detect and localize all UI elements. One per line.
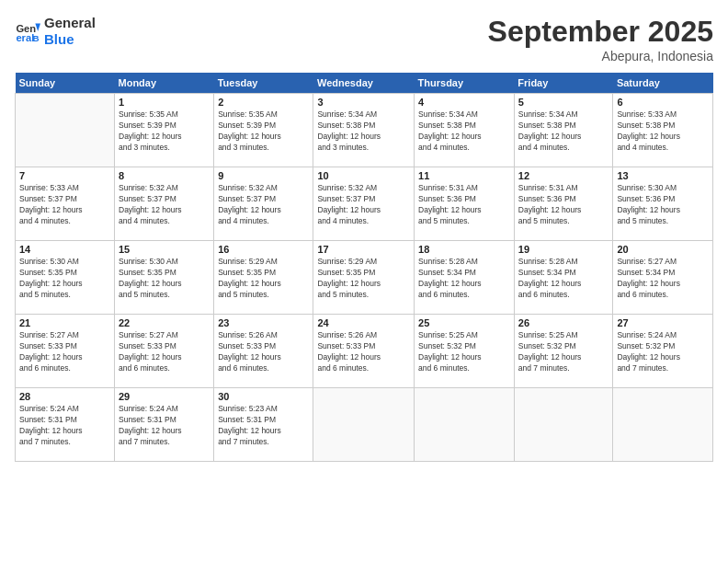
table-row: 23Sunrise: 5:26 AMSunset: 5:33 PMDayligh… (214, 315, 313, 388)
table-row: 26Sunrise: 5:25 AMSunset: 5:32 PMDayligh… (514, 315, 613, 388)
table-row: 9Sunrise: 5:32 AMSunset: 5:37 PMDaylight… (214, 167, 313, 241)
day-number: 1 (119, 97, 210, 108)
day-info: Sunrise: 5:30 AMSunset: 5:35 PMDaylight:… (119, 257, 210, 301)
table-row (613, 388, 713, 462)
day-number: 5 (518, 97, 609, 108)
table-row: 6Sunrise: 5:33 AMSunset: 5:38 PMDaylight… (613, 94, 713, 167)
logo-line1: General (44, 15, 96, 31)
table-row: 20Sunrise: 5:27 AMSunset: 5:34 PMDayligh… (613, 241, 713, 315)
day-info: Sunrise: 5:25 AMSunset: 5:32 PMDaylight:… (418, 330, 510, 374)
day-info: Sunrise: 5:26 AMSunset: 5:33 PMDaylight:… (218, 330, 309, 374)
day-number: 16 (218, 244, 309, 255)
day-number: 8 (119, 170, 210, 181)
col-friday: Friday (514, 73, 613, 94)
col-monday: Monday (115, 73, 214, 94)
day-info: Sunrise: 5:35 AMSunset: 5:39 PMDaylight:… (119, 109, 210, 154)
day-info: Sunrise: 5:32 AMSunset: 5:37 PMDaylight:… (119, 183, 210, 227)
day-info: Sunrise: 5:28 AMSunset: 5:34 PMDaylight:… (418, 257, 510, 301)
day-number: 22 (119, 317, 210, 328)
table-row: 11Sunrise: 5:31 AMSunset: 5:36 PMDayligh… (415, 167, 515, 241)
table-row: 13Sunrise: 5:30 AMSunset: 5:36 PMDayligh… (613, 167, 713, 241)
table-row: 28Sunrise: 5:24 AMSunset: 5:31 PMDayligh… (16, 388, 115, 462)
day-info: Sunrise: 5:26 AMSunset: 5:33 PMDaylight:… (317, 330, 410, 374)
table-row: 22Sunrise: 5:27 AMSunset: 5:33 PMDayligh… (115, 315, 214, 388)
table-row: 30Sunrise: 5:23 AMSunset: 5:31 PMDayligh… (214, 388, 313, 462)
day-number: 6 (617, 97, 709, 108)
day-number: 13 (617, 170, 709, 181)
day-number: 20 (617, 244, 709, 255)
calendar-week-row: 7Sunrise: 5:33 AMSunset: 5:37 PMDaylight… (16, 167, 713, 241)
day-info: Sunrise: 5:33 AMSunset: 5:38 PMDaylight:… (617, 109, 709, 154)
day-number: 26 (518, 317, 609, 328)
day-number: 11 (418, 170, 510, 181)
day-info: Sunrise: 5:24 AMSunset: 5:31 PMDaylight:… (19, 404, 110, 448)
day-info: Sunrise: 5:34 AMSunset: 5:38 PMDaylight:… (317, 109, 410, 154)
day-number: 7 (19, 170, 110, 181)
table-row: 7Sunrise: 5:33 AMSunset: 5:37 PMDaylight… (16, 167, 115, 241)
table-row: 10Sunrise: 5:32 AMSunset: 5:37 PMDayligh… (313, 167, 415, 241)
day-number: 19 (518, 244, 609, 255)
day-number: 24 (317, 317, 410, 328)
table-row: 2Sunrise: 5:35 AMSunset: 5:39 PMDaylight… (214, 94, 313, 167)
table-row: 17Sunrise: 5:29 AMSunset: 5:35 PMDayligh… (313, 241, 415, 315)
calendar-week-row: 14Sunrise: 5:30 AMSunset: 5:35 PMDayligh… (16, 241, 713, 315)
col-saturday: Saturday (613, 73, 713, 94)
day-info: Sunrise: 5:31 AMSunset: 5:36 PMDaylight:… (418, 183, 510, 227)
day-number: 10 (317, 170, 410, 181)
calendar-week-row: 21Sunrise: 5:27 AMSunset: 5:33 PMDayligh… (16, 315, 713, 388)
table-row: 3Sunrise: 5:34 AMSunset: 5:38 PMDaylight… (313, 94, 415, 167)
day-number: 4 (418, 97, 510, 108)
calendar-table: Sunday Monday Tuesday Wednesday Thursday… (15, 73, 713, 462)
table-row: 24Sunrise: 5:26 AMSunset: 5:33 PMDayligh… (313, 315, 415, 388)
col-tuesday: Tuesday (214, 73, 313, 94)
svg-marker-2 (35, 24, 40, 31)
calendar-header-row: Sunday Monday Tuesday Wednesday Thursday… (16, 73, 713, 94)
table-row: 18Sunrise: 5:28 AMSunset: 5:34 PMDayligh… (415, 241, 515, 315)
day-info: Sunrise: 5:27 AMSunset: 5:33 PMDaylight:… (119, 330, 210, 374)
day-number: 28 (19, 391, 110, 402)
day-number: 3 (317, 97, 410, 108)
table-row: 19Sunrise: 5:28 AMSunset: 5:34 PMDayligh… (514, 241, 613, 315)
table-row: 25Sunrise: 5:25 AMSunset: 5:32 PMDayligh… (415, 315, 515, 388)
location-subtitle: Abepura, Indonesia (488, 49, 713, 63)
day-info: Sunrise: 5:23 AMSunset: 5:31 PMDaylight:… (218, 404, 309, 448)
day-info: Sunrise: 5:27 AMSunset: 5:33 PMDaylight:… (19, 330, 110, 374)
day-info: Sunrise: 5:34 AMSunset: 5:38 PMDaylight:… (418, 109, 510, 154)
table-row: 1Sunrise: 5:35 AMSunset: 5:39 PMDaylight… (115, 94, 214, 167)
day-number: 27 (617, 317, 709, 328)
day-number: 12 (518, 170, 609, 181)
svg-text:B: B (33, 33, 40, 43)
day-info: Sunrise: 5:27 AMSunset: 5:34 PMDaylight:… (617, 257, 709, 301)
day-number: 17 (317, 244, 410, 255)
logo-icon: Gen eral B (15, 18, 40, 44)
day-info: Sunrise: 5:34 AMSunset: 5:38 PMDaylight:… (518, 109, 609, 154)
logo: Gen eral B General Blue (15, 15, 96, 48)
calendar-week-row: 28Sunrise: 5:24 AMSunset: 5:31 PMDayligh… (16, 388, 713, 462)
col-thursday: Thursday (415, 73, 515, 94)
table-row: 4Sunrise: 5:34 AMSunset: 5:38 PMDaylight… (415, 94, 515, 167)
day-number: 21 (19, 317, 110, 328)
day-info: Sunrise: 5:30 AMSunset: 5:35 PMDaylight:… (19, 257, 110, 301)
month-title: September 2025 (488, 15, 713, 49)
day-number: 2 (218, 97, 309, 108)
day-info: Sunrise: 5:24 AMSunset: 5:31 PMDaylight:… (119, 404, 210, 448)
day-info: Sunrise: 5:29 AMSunset: 5:35 PMDaylight:… (317, 257, 410, 301)
table-row: 8Sunrise: 5:32 AMSunset: 5:37 PMDaylight… (115, 167, 214, 241)
svg-text:eral: eral (16, 32, 34, 43)
calendar-week-row: 1Sunrise: 5:35 AMSunset: 5:39 PMDaylight… (16, 94, 713, 167)
col-wednesday: Wednesday (313, 73, 415, 94)
table-row: 15Sunrise: 5:30 AMSunset: 5:35 PMDayligh… (115, 241, 214, 315)
table-row (415, 388, 515, 462)
day-info: Sunrise: 5:29 AMSunset: 5:35 PMDaylight:… (218, 257, 309, 301)
day-number: 9 (218, 170, 309, 181)
table-row: 12Sunrise: 5:31 AMSunset: 5:36 PMDayligh… (514, 167, 613, 241)
day-info: Sunrise: 5:25 AMSunset: 5:32 PMDaylight:… (518, 330, 609, 374)
day-number: 18 (418, 244, 510, 255)
table-row (514, 388, 613, 462)
day-info: Sunrise: 5:30 AMSunset: 5:36 PMDaylight:… (617, 183, 709, 227)
title-block: September 2025 Abepura, Indonesia (488, 15, 713, 63)
table-row: 29Sunrise: 5:24 AMSunset: 5:31 PMDayligh… (115, 388, 214, 462)
day-info: Sunrise: 5:28 AMSunset: 5:34 PMDaylight:… (518, 257, 609, 301)
day-number: 25 (418, 317, 510, 328)
table-row (313, 388, 415, 462)
